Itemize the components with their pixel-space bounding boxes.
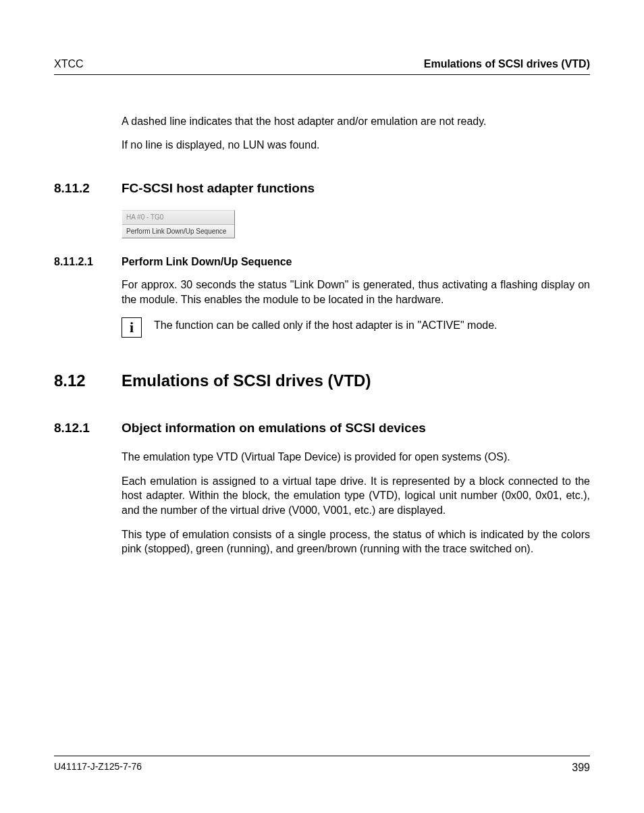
section-number: 8.12.1 xyxy=(54,419,122,437)
info-note: i The function can be called only if the… xyxy=(122,316,590,338)
section-number: 8.12 xyxy=(54,370,122,392)
menu-item-perform-link[interactable]: Perform Link Down/Up Sequence xyxy=(122,225,234,238)
intro-paragraph-2: If no line is displayed, no LUN was foun… xyxy=(122,138,590,153)
info-icon: i xyxy=(122,317,142,338)
paragraph-2: Each emulation is assigned to a virtual … xyxy=(122,474,590,518)
footer-doc-id: U41117-J-Z125-7-76 xyxy=(54,760,142,775)
subsection-title: Perform Link Down/Up Sequence xyxy=(122,255,292,269)
subsection-number: 8.11.2.1 xyxy=(54,255,122,269)
page-footer: U41117-J-Z125-7-76 399 xyxy=(54,756,590,775)
info-text: The function can be called only if the h… xyxy=(154,316,590,333)
footer-page-number: 399 xyxy=(572,760,590,775)
context-menu: HA #0 - TG0 Perform Link Down/Up Sequenc… xyxy=(122,210,235,238)
section-number: 8.11.2 xyxy=(54,180,122,197)
section-8-12: 8.12 Emulations of SCSI drives (VTD) xyxy=(54,370,590,392)
intro-paragraph-1: A dashed line indicates that the host ad… xyxy=(122,114,590,129)
header-left: XTCC xyxy=(54,57,84,72)
paragraph-3: This type of emulation consists of a sin… xyxy=(122,527,590,556)
subsection-8-11-2-1: 8.11.2.1 Perform Link Down/Up Sequence xyxy=(54,255,590,269)
menu-header: HA #0 - TG0 xyxy=(122,211,234,225)
section-title: Object information on emulations of SCSI… xyxy=(122,419,426,437)
section-title: Emulations of SCSI drives (VTD) xyxy=(122,370,371,392)
header-right: Emulations of SCSI drives (VTD) xyxy=(424,57,590,72)
paragraph-1: The emulation type VTD (Virtual Tape Dev… xyxy=(122,450,590,465)
section-8-12-1: 8.12.1 Object information on emulations … xyxy=(54,419,590,437)
section-8-11-2: 8.11.2 FC-SCSI host adapter functions xyxy=(54,180,590,197)
section-title: FC-SCSI host adapter functions xyxy=(122,180,315,197)
page-header: XTCC Emulations of SCSI drives (VTD) xyxy=(54,57,590,75)
subsection-paragraph: For approx. 30 seconds the status "Link … xyxy=(122,278,590,307)
